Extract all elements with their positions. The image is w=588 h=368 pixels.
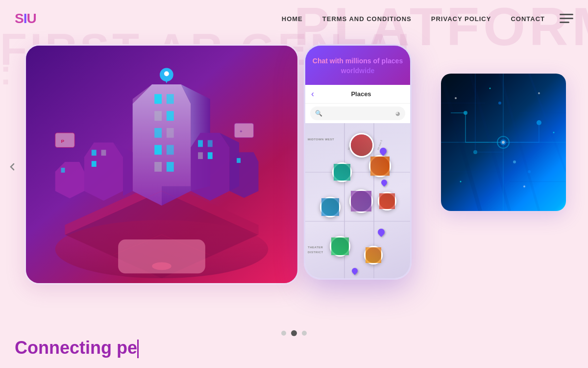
photo-circle-7	[330, 236, 350, 257]
svg-rect-30	[61, 168, 65, 173]
tech-card	[441, 74, 566, 211]
phone-search-container: 🔍 ◕	[305, 104, 410, 123]
menu-icon[interactable]	[560, 14, 573, 23]
svg-rect-9	[167, 94, 174, 104]
nav-item-contact[interactable]: CONTACT	[511, 14, 545, 23]
map-pin-2	[381, 180, 387, 185]
svg-point-75	[502, 141, 505, 144]
slides-container: P +	[0, 39, 588, 314]
menu-line-2	[560, 18, 573, 19]
svg-rect-17	[167, 162, 174, 172]
map-pin-4	[352, 268, 358, 274]
svg-rect-8	[154, 94, 162, 104]
svg-point-66	[523, 185, 525, 187]
svg-rect-20	[198, 140, 203, 147]
nav-item-terms[interactable]: TERMS AND CONDITIONS	[322, 14, 412, 23]
nav-item-privacy[interactable]: PRIVACY POLICY	[431, 14, 491, 23]
menu-line-1	[560, 14, 573, 15]
city-svg: P +	[26, 46, 297, 283]
svg-text:+: +	[240, 129, 243, 134]
prev-arrow-icon	[6, 161, 18, 173]
phone-frame: Chat with millions of places worldwide ‹…	[304, 44, 412, 280]
location-icon: ◕	[395, 110, 400, 117]
svg-marker-29	[55, 162, 84, 198]
logo[interactable]: SIU	[15, 11, 36, 26]
svg-rect-10	[154, 111, 162, 121]
slide-phone: Chat with millions of places worldwide ‹…	[304, 44, 431, 280]
svg-text:THEATER: THEATER	[308, 246, 323, 249]
svg-point-68	[513, 160, 516, 163]
phone-back-icon[interactable]: ‹	[311, 89, 314, 99]
navbar: SIU HOME TERMS AND CONDITIONS PRIVACY PO…	[0, 0, 588, 37]
svg-text:P: P	[61, 138, 65, 144]
svg-line-79	[529, 74, 566, 172]
search-icon: 🔍	[315, 110, 322, 117]
bottom-text: Connecting pe	[15, 338, 139, 358]
photo-circle-6	[378, 192, 396, 210]
phone-header: Chat with millions of places worldwide	[305, 46, 410, 85]
menu-line-3	[560, 22, 569, 23]
svg-rect-14	[154, 145, 162, 155]
nav-link-contact[interactable]: CONTACT	[511, 15, 545, 23]
svg-rect-15	[167, 145, 174, 155]
photo-circle-3	[369, 155, 391, 177]
map-pin-3	[378, 229, 385, 236]
svg-point-67	[460, 181, 462, 183]
nav-link-home[interactable]: HOME	[282, 15, 303, 23]
svg-point-64	[538, 92, 540, 94]
svg-rect-27	[101, 150, 106, 156]
tech-image	[441, 74, 566, 211]
phone-navbar: ‹ Places	[305, 85, 410, 104]
main-content: P +	[0, 39, 588, 368]
tablet-illustration: P +	[26, 46, 297, 283]
prev-arrow[interactable]	[5, 159, 20, 174]
svg-marker-31	[229, 152, 258, 198]
nav-link-privacy[interactable]: PRIVACY POLICY	[431, 15, 491, 23]
svg-rect-11	[167, 111, 174, 121]
dot-1[interactable]	[281, 331, 286, 336]
photo-circle-5	[349, 189, 373, 213]
phone-title: Places	[318, 90, 404, 98]
tablet-frame: P +	[24, 44, 299, 285]
svg-point-65	[553, 132, 555, 133]
phone-map: MIDTOWN WEST THEATER DISTRICT 5th Ave S …	[305, 123, 410, 280]
svg-rect-16	[154, 162, 162, 172]
svg-point-58	[498, 102, 501, 105]
svg-rect-12	[154, 128, 162, 138]
phone-search-bar[interactable]: 🔍 ◕	[310, 106, 405, 120]
circuit-svg	[441, 74, 566, 211]
slide-tech	[441, 44, 578, 211]
svg-rect-13	[167, 128, 174, 138]
map-pin-1	[380, 148, 387, 155]
svg-point-62	[455, 97, 457, 99]
photo-circle-8	[364, 246, 383, 264]
svg-point-45	[152, 263, 172, 270]
photo-circle-2	[332, 162, 352, 182]
phone-header-text: Chat with millions of places worldwide	[310, 56, 405, 76]
svg-rect-36	[55, 133, 75, 148]
slide-tablet: P +	[24, 44, 309, 309]
svg-rect-26	[92, 150, 97, 156]
dot-3[interactable]	[302, 331, 307, 336]
nav-menu: HOME TERMS AND CONDITIONS PRIVACY POLICY…	[282, 14, 545, 23]
logo-s: S	[15, 11, 24, 26]
pagination	[281, 330, 307, 336]
svg-rect-21	[208, 140, 213, 147]
nav-link-terms[interactable]: TERMS AND CONDITIONS	[322, 15, 412, 23]
nav-item-home[interactable]: HOME	[282, 14, 303, 23]
svg-rect-22	[198, 152, 203, 159]
svg-rect-28	[92, 161, 97, 167]
connecting-text: Connecting pe	[15, 338, 139, 358]
logo-u: U	[26, 11, 36, 26]
svg-text:DISTRICT: DISTRICT	[308, 251, 323, 254]
svg-text:MIDTOWN WEST: MIDTOWN WEST	[308, 138, 334, 141]
text-cursor	[137, 340, 139, 358]
dot-2[interactable]	[291, 330, 297, 336]
photo-circle-4	[320, 197, 341, 217]
svg-rect-38	[234, 123, 254, 138]
svg-rect-32	[237, 158, 241, 163]
svg-rect-23	[208, 152, 213, 159]
svg-point-35	[164, 71, 169, 76]
svg-point-63	[490, 88, 491, 89]
photo-circle-1	[349, 133, 374, 158]
